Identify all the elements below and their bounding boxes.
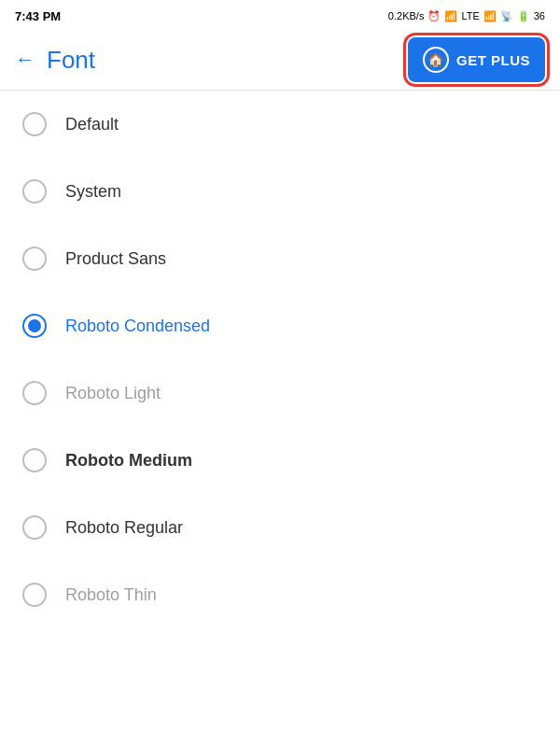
font-item-default[interactable]: Default xyxy=(0,91,560,158)
font-label-roboto-condensed: Roboto Condensed xyxy=(65,317,210,336)
font-item-roboto-thin[interactable]: Roboto Thin xyxy=(0,561,560,628)
header-left: ← Font xyxy=(11,46,95,75)
header: ← Font 🏠 GET PLUS xyxy=(0,30,560,90)
font-label-roboto-regular: Roboto Regular xyxy=(65,518,183,538)
battery-icon: 🔋 xyxy=(517,10,530,22)
font-list: DefaultSystemProduct SansRoboto Condense… xyxy=(0,91,560,628)
network-speed: 0.2KB/s xyxy=(388,10,425,21)
status-bar: 7:43 PM 0.2KB/s ⏰ 📶 LTE 📶 📡 🔋 36 xyxy=(0,0,560,30)
status-time: 7:43 PM xyxy=(15,9,61,23)
status-icons: 0.2KB/s ⏰ 📶 LTE 📶 📡 🔋 36 xyxy=(388,10,545,22)
get-plus-label: GET PLUS xyxy=(456,52,530,68)
alarm-icon: ⏰ xyxy=(427,10,441,22)
home-icon: 🏠 xyxy=(423,47,449,73)
font-label-default: Default xyxy=(65,115,119,134)
font-item-system[interactable]: System xyxy=(0,158,560,225)
radio-default xyxy=(22,112,47,136)
signal-icon-1: 📶 xyxy=(444,10,457,22)
radio-inner-roboto-condensed xyxy=(28,319,41,332)
font-label-product-sans: Product Sans xyxy=(65,249,166,269)
font-item-roboto-regular[interactable]: Roboto Regular xyxy=(0,494,560,561)
get-plus-button[interactable]: 🏠 GET PLUS xyxy=(408,37,545,82)
font-label-roboto-thin: Roboto Thin xyxy=(65,585,157,605)
battery-level: 36 xyxy=(534,10,545,21)
signal-icon-2: 📶 xyxy=(483,10,497,22)
radio-roboto-condensed xyxy=(22,314,47,338)
font-item-product-sans[interactable]: Product Sans xyxy=(0,225,560,292)
font-item-roboto-medium[interactable]: Roboto Medium xyxy=(0,427,560,494)
radio-roboto-regular xyxy=(22,515,47,540)
font-item-roboto-light[interactable]: Roboto Light xyxy=(0,359,560,427)
font-label-roboto-light: Roboto Light xyxy=(65,384,161,403)
radio-product-sans xyxy=(22,246,47,271)
radio-roboto-light xyxy=(22,381,47,405)
page-title: Font xyxy=(47,46,95,75)
font-label-system: System xyxy=(65,182,121,202)
back-button[interactable]: ← xyxy=(11,46,39,74)
radio-roboto-medium xyxy=(22,448,47,472)
font-item-roboto-condensed[interactable]: Roboto Condensed xyxy=(0,292,560,359)
data-icon: LTE xyxy=(461,10,479,21)
radio-system xyxy=(22,179,47,204)
font-label-roboto-medium: Roboto Medium xyxy=(65,451,192,471)
wifi-icon: 📡 xyxy=(500,10,513,22)
radio-roboto-thin xyxy=(22,583,47,607)
